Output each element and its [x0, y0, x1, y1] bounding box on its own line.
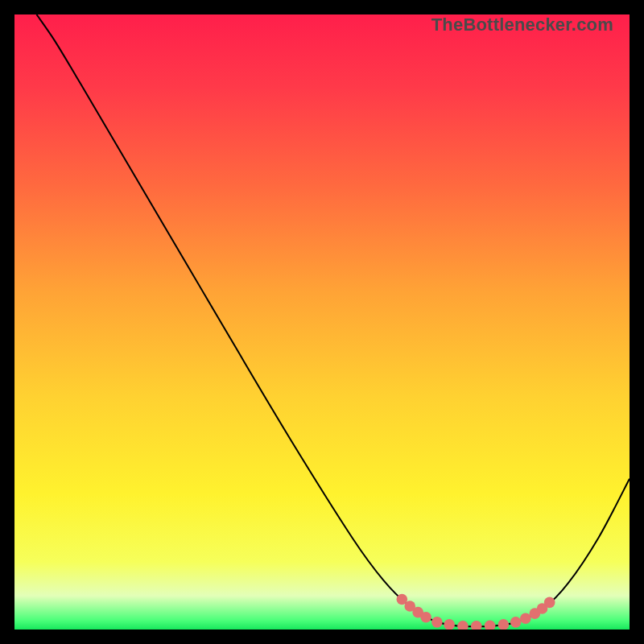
marker-dot: [431, 617, 443, 628]
chart-frame: TheBottlenecker.com: [14, 14, 630, 630]
bottleneck-chart: [14, 14, 630, 630]
marker-dot: [420, 612, 431, 623]
chart-background: [14, 14, 630, 630]
marker-dot: [520, 613, 531, 624]
marker-dot: [510, 617, 522, 628]
marker-dot: [544, 597, 555, 609]
watermark-text: TheBottlenecker.com: [431, 14, 613, 35]
